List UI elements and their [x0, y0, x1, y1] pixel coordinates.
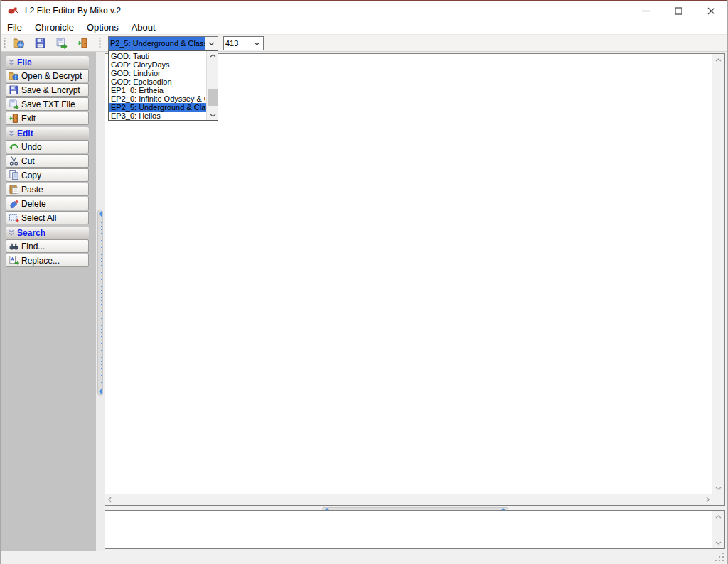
dropdown-item[interactable]: EP2_0: Infinite Odyssey & Classic [109, 94, 205, 103]
sidebar-save-txt-button[interactable]: Save TXT File [6, 97, 89, 111]
sidebar-section-search[interactable]: Search [6, 227, 89, 239]
chevron-right-icon[interactable] [706, 497, 710, 503]
chevron-down-icon [254, 42, 260, 45]
chevron-up-icon [210, 54, 216, 58]
chronicle-dropdown-list: GOD: Tauti GOD: GloryDays GOD: Lindvior … [108, 50, 218, 121]
dropdown-item[interactable]: GOD: Epeisodion [109, 77, 205, 86]
button-label: Exit [21, 114, 36, 124]
dropdown-item[interactable]: GOD: Lindvior [109, 69, 205, 77]
sidebar-cut-button[interactable]: Cut [6, 154, 89, 168]
menu-file[interactable]: File [1, 21, 28, 34]
close-button[interactable] [695, 1, 727, 20]
scissors-icon [9, 156, 19, 166]
button-label: Copy [21, 170, 41, 180]
vertical-splitter-handle[interactable] [97, 210, 103, 396]
section-title: Search [17, 228, 46, 238]
sidebar-section-edit[interactable]: Edit [6, 127, 89, 139]
sidebar-paste-button[interactable]: Paste [6, 183, 89, 196]
log-panel[interactable] [105, 510, 725, 549]
chevron-up-icon [715, 515, 722, 519]
dropdown-item[interactable]: GOD: Tauti [109, 52, 205, 60]
content-horizontal-scrollbar[interactable] [105, 494, 712, 505]
dropdown-scrollbar-thumb[interactable] [208, 89, 218, 106]
sidebar-select-all-button[interactable]: Select All [6, 211, 89, 224]
scroll-down-arrow[interactable] [712, 537, 724, 548]
chevron-down-icon [208, 42, 215, 45]
sidebar-find-button[interactable]: Find... [6, 239, 89, 253]
chronicle-combobox[interactable]: P2_5: Underground & Classic [108, 36, 218, 50]
binoculars-icon [9, 241, 19, 251]
menu-options[interactable]: Options [80, 21, 125, 34]
sidebar-save-encrypt-button[interactable]: Save & Encrypt [6, 83, 89, 97]
sidebar: File Open & Decrypt Save & Encry [1, 52, 96, 551]
dropdown-scrollbar[interactable] [206, 51, 218, 120]
resize-grip[interactable] [715, 553, 724, 562]
menu-bar: File Chronicle Options About [1, 20, 727, 34]
version-combobox-value[interactable]: 413 [224, 37, 250, 50]
sidebar-undo-button[interactable]: Undo [6, 140, 89, 153]
menu-chronicle[interactable]: Chronicle [28, 21, 80, 34]
button-label: Open & Decrypt [21, 71, 82, 81]
collapse-chevrons-icon [8, 229, 15, 237]
scroll-up-arrow[interactable] [207, 51, 218, 60]
sidebar-section-file[interactable]: File [6, 56, 89, 68]
sidebar-copy-button[interactable]: Copy [6, 168, 89, 182]
sidebar-open-decrypt-button[interactable]: Open & Decrypt [6, 69, 89, 82]
button-label: Select All [21, 213, 56, 223]
chevron-down-icon [715, 487, 722, 490]
scroll-up-arrow[interactable] [712, 511, 724, 522]
sidebar-exit-button[interactable]: Exit [6, 112, 89, 125]
button-label: Paste [21, 185, 43, 195]
sidebar-replace-button[interactable]: Replace... [6, 254, 89, 267]
button-label: Undo [21, 142, 42, 152]
button-label: Save TXT File [21, 99, 75, 109]
maximize-button[interactable] [662, 1, 695, 20]
copy-pages-icon [9, 170, 19, 180]
toolbar-exit-button[interactable] [72, 36, 93, 51]
toolbar-open-decrypt-button[interactable] [8, 36, 29, 51]
editor-content-area[interactable] [105, 53, 725, 506]
window-title: L2 File Editor By Miko v.2 [25, 6, 121, 16]
floppy-disk-icon [34, 37, 46, 49]
scroll-down-arrow[interactable] [207, 111, 218, 120]
dropdown-item-selected[interactable]: EP2_5: Underground & Classic [109, 103, 217, 112]
button-label: Delete [21, 199, 46, 209]
menu-about[interactable]: About [125, 21, 162, 34]
app-window: L2 File Editor By Miko v.2 File Chronicl… [0, 0, 728, 564]
toolbar-gripper[interactable] [4, 37, 6, 49]
undo-arrow-icon [9, 141, 19, 152]
delete-icon [9, 198, 19, 209]
toolbar-gripper-2[interactable] [99, 37, 101, 49]
sidebar-delete-button[interactable]: Delete [6, 197, 89, 210]
collapse-chevrons-icon [8, 130, 15, 137]
chronicle-combobox-value[interactable]: P2_5: Underground & Classic [109, 37, 205, 50]
toolbar-save-txt-button[interactable] [50, 36, 72, 51]
maximize-icon [675, 7, 682, 15]
title-bar: L2 File Editor By Miko v.2 [1, 0, 727, 20]
log-vertical-scrollbar[interactable] [712, 511, 724, 548]
chevron-left-icon[interactable] [108, 497, 112, 503]
chronicle-combobox-dropdown-button[interactable] [205, 37, 218, 50]
clipboard-icon [9, 184, 19, 195]
minimize-button[interactable] [629, 1, 662, 20]
select-all-icon [9, 212, 19, 223]
dropdown-item[interactable]: EP1_0: Ertheia [109, 86, 205, 94]
toolbar-save-encrypt-button[interactable] [29, 36, 50, 51]
chevron-up-icon [715, 58, 722, 62]
floppy-disk-icon [9, 85, 19, 95]
content-vertical-scrollbar[interactable] [712, 54, 724, 494]
version-combobox-dropdown-button[interactable] [250, 37, 263, 50]
scroll-up-arrow[interactable] [712, 54, 724, 65]
toolbar: P2_5: Underground & Classic 413 [1, 34, 727, 52]
dropdown-item[interactable]: EP3_0: Helios [109, 112, 205, 120]
replace-icon [9, 255, 19, 266]
open-folder-globe-icon [9, 70, 19, 81]
version-combobox[interactable]: 413 [223, 36, 264, 50]
scroll-down-arrow[interactable] [712, 482, 724, 494]
collapse-chevrons-icon [8, 59, 15, 66]
exit-door-icon [77, 37, 89, 49]
scrollbar-corner [712, 494, 724, 505]
dropdown-item[interactable]: GOD: GloryDays [109, 60, 205, 69]
floppy-export-icon [55, 37, 68, 49]
status-bar [1, 551, 727, 564]
